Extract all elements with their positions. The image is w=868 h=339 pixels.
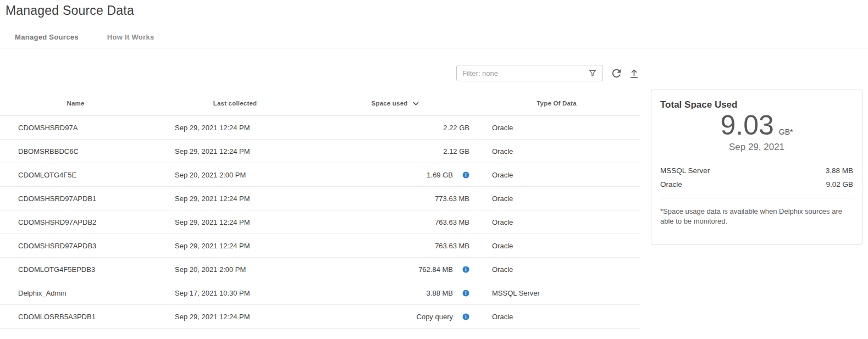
row-name: CDOMSHSRD97APDB2 (0, 218, 151, 226)
table-row: CDOMSHSRD97APDB3Sep 29, 2021 12:24 PM763… (0, 234, 640, 258)
row-last-collected: Sep 29, 2021 12:24 PM (151, 194, 319, 203)
row-name: CDOMLOTG4F5E (0, 171, 151, 179)
tab-managed-sources[interactable]: Managed Sources (15, 33, 79, 41)
breakdown-row: MSSQL Server3.88 MB (660, 164, 853, 177)
row-last-collected: Sep 29, 2021 12:24 PM (151, 147, 319, 155)
sort-desc-icon[interactable] (412, 99, 420, 108)
row-name: CDOMLOSRB5A3PDB1 (0, 313, 151, 321)
row-space-used: 773.63 MB (435, 194, 469, 203)
row-space-used: 1.69 GB (427, 171, 453, 179)
row-type-of-data: Oracle (473, 171, 640, 179)
row-last-collected: Sep 29, 2021 12:24 PM (151, 124, 319, 132)
row-last-collected: Sep 29, 2021 12:24 PM (151, 242, 319, 250)
breakdown-value: 3.88 MB (826, 166, 853, 175)
space-breakdown-list: MSSQL Server3.88 MBOracle9.02 GB (660, 164, 853, 191)
total-space-unit: GB* (779, 127, 793, 136)
table-row: CDOMSHSRD97APDB2Sep 29, 2021 12:24 PM763… (0, 210, 640, 234)
row-space-used-cell: 773.63 MB (319, 194, 473, 203)
page-title: Managed Source Data (5, 3, 134, 18)
info-icon[interactable] (462, 313, 469, 320)
space-usage-footnote: *Space usage data is available when Delp… (660, 207, 853, 227)
filter-funnel-icon[interactable] (587, 68, 598, 79)
table-row: Delphix_AdminSep 17, 2021 10:30 PM3.88 M… (0, 281, 640, 305)
row-last-collected: Sep 17, 2021 10:30 PM (151, 289, 319, 297)
table-row: CDOMSHSRD97APDB1Sep 29, 2021 12:24 PM773… (0, 187, 640, 210)
tabs-divider (0, 48, 868, 48)
row-type-of-data: Oracle (473, 242, 640, 250)
table-row: CDOMLOTG4F5ESep 20, 2021 2:00 PM1.69 GBO… (0, 163, 640, 187)
table-header-row: Name Last collected Space used Type Of D… (0, 91, 640, 116)
row-type-of-data: Oracle (473, 194, 640, 203)
row-name: CDOMLOTG4F5EPDB3 (0, 265, 151, 274)
row-space-used: 763.63 MB (435, 218, 469, 226)
row-space-used-cell: 763.63 MB (319, 242, 473, 250)
export-icon[interactable] (628, 68, 640, 79)
column-header-type-of-data[interactable]: Type Of Data (473, 100, 640, 107)
info-icon[interactable] (462, 171, 469, 179)
copy-query-button[interactable]: Copy query (417, 313, 453, 321)
total-space-value: 9.03 (720, 110, 773, 141)
row-space-used: 762.84 MB (418, 265, 453, 274)
row-name: CDOMSHSRD97A (0, 124, 151, 132)
row-space-used-cell: 1.69 GB (319, 171, 473, 179)
row-space-used: 2.22 GB (443, 124, 469, 132)
tab-bar: Managed Sources How It Works (15, 33, 154, 41)
row-last-collected: Sep 29, 2021 12:24 PM (151, 218, 319, 226)
table-toolbar (456, 65, 640, 81)
breakdown-value: 9.02 GB (826, 180, 853, 188)
managed-sources-table: Name Last collected Space used Type Of D… (0, 91, 640, 329)
row-type-of-data: Oracle (473, 265, 640, 274)
total-space-used-panel: Total Space Used 9.03 GB* Sep 29, 2021 M… (651, 90, 863, 245)
filter-box[interactable] (456, 65, 603, 81)
column-header-last-collected[interactable]: Last collected (151, 100, 319, 107)
column-header-space-used[interactable]: Space used (319, 99, 473, 108)
row-type-of-data: MSSQL Server (473, 289, 640, 297)
row-space-used: 763.63 MB (435, 242, 469, 250)
breakdown-label: Oracle (660, 180, 682, 188)
row-last-collected: Sep 20, 2021 2:00 PM (151, 171, 319, 179)
row-name: CDOMSHSRD97APDB1 (0, 194, 151, 203)
refresh-icon[interactable] (610, 67, 623, 80)
row-name: DBOMSRBBDC6C (0, 147, 151, 155)
panel-divider (660, 198, 853, 198)
row-last-collected: Sep 29, 2021 12:24 PM (151, 313, 319, 321)
table-row: CDOMLOTG4F5EPDB3Sep 20, 2021 2:00 PM762.… (0, 258, 640, 281)
row-name: CDOMSHSRD97APDB3 (0, 242, 151, 250)
row-space-used-cell: 2.12 GB (319, 147, 473, 155)
row-space-used-cell: 763.63 MB (319, 218, 473, 226)
row-space-used-cell: 3.88 MB (319, 289, 473, 297)
filter-input[interactable] (462, 69, 587, 77)
total-space-date: Sep 29, 2021 (660, 142, 853, 153)
row-space-used: 3.88 MB (427, 289, 453, 297)
row-space-used: 2.12 GB (443, 147, 469, 155)
tab-how-it-works[interactable]: How It Works (107, 33, 154, 41)
row-name: Delphix_Admin (0, 289, 151, 297)
row-type-of-data: Oracle (473, 124, 640, 132)
row-space-used-cell: 2.22 GB (319, 124, 473, 132)
breakdown-row: Oracle9.02 GB (660, 177, 853, 191)
row-space-used-cell: 762.84 MB (319, 265, 473, 274)
table-row: DBOMSRBBDC6CSep 29, 2021 12:24 PM2.12 GB… (0, 140, 640, 163)
table-row: CDOMLOSRB5A3PDB1Sep 29, 2021 12:24 PMCop… (0, 305, 640, 329)
info-icon[interactable] (462, 266, 469, 273)
total-space-value-row: 9.03 GB* (660, 110, 853, 141)
breakdown-label: MSSQL Server (660, 166, 710, 175)
row-last-collected: Sep 20, 2021 2:00 PM (151, 265, 319, 274)
row-type-of-data: Oracle (473, 147, 640, 155)
table-body: CDOMSHSRD97ASep 29, 2021 12:24 PM2.22 GB… (0, 116, 640, 329)
column-header-name[interactable]: Name (0, 100, 151, 107)
table-row: CDOMSHSRD97ASep 29, 2021 12:24 PM2.22 GB… (0, 116, 640, 140)
row-type-of-data: Oracle (473, 218, 640, 226)
info-icon[interactable] (462, 290, 469, 297)
row-type-of-data: Oracle (473, 313, 640, 321)
row-space-used-cell: Copy query (319, 313, 473, 321)
column-header-space-used-label: Space used (372, 100, 408, 107)
panel-title: Total Space Used (660, 99, 853, 110)
